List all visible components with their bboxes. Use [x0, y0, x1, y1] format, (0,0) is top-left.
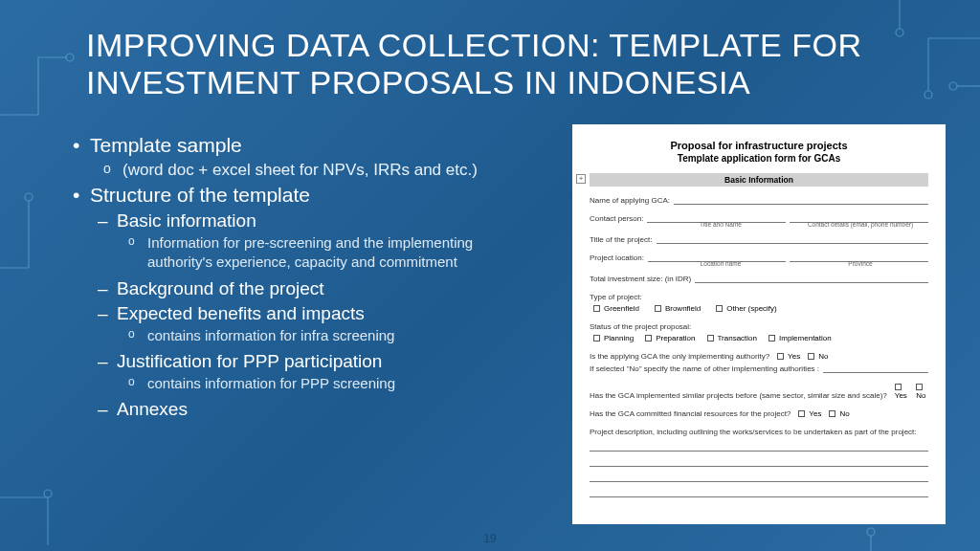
- detail-ppp-screening: contains information for PPP screening: [126, 374, 517, 393]
- sub-benefits: Expected benefits and impacts: [94, 303, 517, 324]
- label-investment: Total investment size: (in IDR): [590, 275, 691, 283]
- hint-title-name: Title and Name: [653, 221, 789, 228]
- detail-prescreening: Information for pre-screening and the im…: [126, 233, 517, 273]
- sub-background: Background of the project: [94, 278, 517, 299]
- detail-infra-screening: contains information for infra screening: [126, 326, 517, 345]
- hint-location-name: Location name: [653, 260, 789, 267]
- slide-title: IMPROVING DATA COLLECTION: TEMPLATE FOR …: [86, 27, 942, 101]
- bullet-structure: Structure of the template: [67, 184, 517, 207]
- sub-justification: Justification for PPP participation: [94, 351, 517, 372]
- label-location: Project location:: [590, 253, 644, 262]
- expand-icon: +: [576, 174, 586, 184]
- label-description: Project description, including outlining…: [590, 428, 928, 436]
- bullet-template-sample: Template sample: [67, 134, 517, 157]
- q-financial: Has the GCA committed financial resource…: [590, 409, 791, 418]
- svg-point-1: [25, 193, 33, 201]
- sub-basic-info: Basic information: [94, 210, 517, 231]
- q-only-authority-sub: If selected "No" specify the name of oth…: [590, 364, 819, 373]
- label-name-gca: Name of applying GCA:: [590, 196, 670, 205]
- label-status: Status of the project proposal:: [590, 322, 928, 331]
- sub-word-excel: (word doc + excel sheet for NPVs, IRRs a…: [101, 161, 517, 180]
- q-only-authority: Is the applying GCA the only implementin…: [590, 352, 769, 361]
- form-preview: + Proposal for infrastructure projects T…: [572, 124, 946, 524]
- form-section-header: Basic Information: [590, 173, 928, 187]
- form-subtitle: Template application form for GCAs: [590, 153, 928, 164]
- type-options: Greenfield Brownfield Other (specify): [593, 304, 928, 313]
- svg-point-0: [66, 54, 74, 61]
- q-similar-projects: Has the GCA implemented similar projects…: [590, 391, 887, 400]
- hint-contact-details: Contact details (email, phone number): [792, 221, 928, 228]
- svg-point-4: [949, 82, 957, 90]
- label-contact: Contact person:: [590, 214, 643, 223]
- form-title: Proposal for infrastructure projects: [590, 140, 928, 151]
- status-options: Planning Preparation Transaction Impleme…: [593, 334, 928, 342]
- svg-point-2: [44, 490, 52, 497]
- sub-annexes: Annexes: [94, 399, 517, 420]
- label-type: Type of project:: [590, 293, 928, 301]
- slide-body: Template sample (word doc + excel sheet …: [67, 134, 517, 422]
- hint-province: Province: [792, 260, 928, 267]
- page-number: 19: [0, 532, 980, 545]
- label-project-title: Title of the project:: [590, 235, 653, 244]
